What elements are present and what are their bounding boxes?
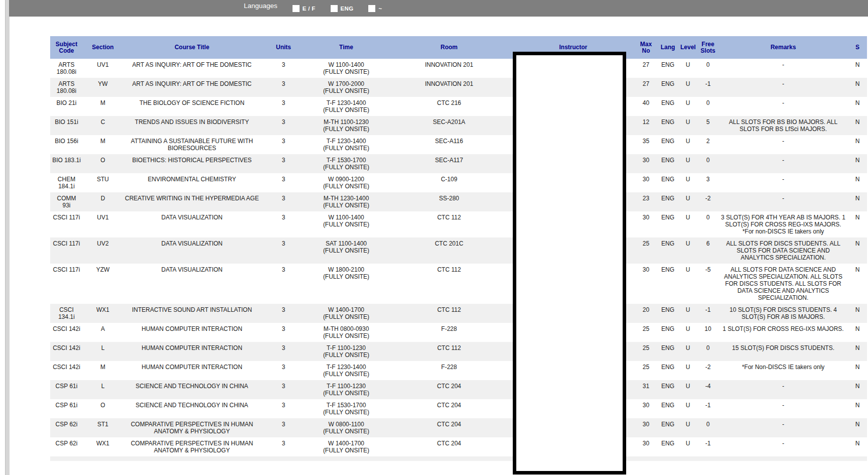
table-row[interactable]: CSP 61i L SCIENCE AND TECHNOLOGY IN CHIN… [50, 380, 867, 399]
time-value: T-F 1230-1400 [308, 364, 384, 371]
subject-code-cell: ARTS 180.08i [50, 59, 83, 78]
table-row[interactable]: BIO 156i M ATTAINING A SUSTAINABLE FUTUR… [50, 135, 867, 154]
remarks-cell: 3 SLOT(S) FOR 4TH YEAR AB IS MAJORS. 1 S… [718, 211, 848, 238]
col-header-room: Room [386, 36, 512, 59]
section-cell: UV2 [83, 238, 123, 264]
level-cell: U [678, 304, 697, 323]
free-slots-cell: -1 [697, 304, 718, 323]
course-title-cell: SCIENCE AND TECHNOLOGY IN CHINA [123, 380, 261, 399]
checkbox-ef-icon[interactable] [293, 5, 300, 12]
max-no-cell: 25 [635, 361, 657, 380]
level-cell: U [678, 211, 697, 238]
level-cell: U [678, 78, 697, 97]
time-value: W 1700-2000 [308, 80, 384, 87]
checkbox-tilde-icon[interactable] [368, 5, 375, 12]
s-cell: N [848, 380, 867, 399]
time-value: W 1800-2100 [308, 266, 384, 273]
table-row[interactable]: BIO 183.1i O BIOETHICS: HISTORICAL PERSP… [50, 154, 867, 173]
table-row[interactable]: ARTS 180.08i UV1 ART AS INQUIRY: ART OF … [50, 59, 867, 78]
room-cell: F-228 [386, 361, 512, 380]
max-no-cell: 30 [635, 399, 657, 418]
language-option-eng[interactable]: ENG [331, 5, 354, 12]
units-cell: 3 [261, 154, 306, 173]
subject-code-cell: ARTS 180.08i [50, 78, 83, 97]
remarks-cell: ALL SLOTS FOR BS BIO MAJORS. ALL SLOTS F… [718, 116, 848, 135]
remarks-cell: - [718, 192, 848, 211]
time-value: W 0900-1200 [308, 176, 384, 183]
table-row[interactable]: CHEM 184.1i STU ENVIRONMENTAL CHEMISTRY … [50, 173, 867, 192]
table-row[interactable]: CSCI 142i A HUMAN COMPUTER INTERACTION 3… [50, 323, 867, 342]
time-cell: M-TH 1100-1230 (FULLY ONSITE) [306, 116, 386, 135]
table-row[interactable]: CSCI 117i YZW DATA VISUALIZATION 3 W 180… [50, 264, 867, 304]
section-cell: WX1 [83, 437, 123, 456]
table-row[interactable]: CSP 61i O SCIENCE AND TECHNOLOGY IN CHIN… [50, 399, 867, 418]
time-value: T-F 1100-1230 [308, 383, 384, 390]
lang-cell: ENG [657, 78, 678, 97]
section-cell: YZW [83, 264, 123, 304]
free-slots-cell: -1 [697, 437, 718, 456]
language-option-ef[interactable]: E / F [293, 5, 316, 12]
table-header-row: Subject Code Section Course Title Units … [50, 36, 867, 59]
col-header-level: Level [678, 36, 697, 59]
max-no-cell: 31 [635, 380, 657, 399]
section-cell: UV1 [83, 211, 123, 238]
table-row[interactable]: CSCI 117i UV2 DATA VISUALIZATION 3 SAT 1… [50, 238, 867, 264]
level-cell: U [678, 97, 697, 116]
units-cell: 3 [261, 238, 306, 264]
s-cell: N [848, 78, 867, 97]
room-cell: CTC 216 [386, 97, 512, 116]
time-cell: T-F 1230-1400 (FULLY ONSITE) [306, 97, 386, 116]
table-row[interactable]: CSCI 134.1i WX1 INTERACTIVE SOUND ART IN… [50, 304, 867, 323]
table-row[interactable]: CSP 62i WX1 COMPARATIVE PERSPECTIVES IN … [50, 437, 867, 456]
lang-cell: ENG [657, 361, 678, 380]
room-cell: INNOVATION 201 [386, 59, 512, 78]
subject-code-cell: CSP 61i [50, 399, 83, 418]
time-mode: (FULLY ONSITE) [308, 371, 384, 378]
level-cell: U [678, 323, 697, 342]
checkbox-eng-icon[interactable] [331, 5, 338, 12]
checkbox-eng-label: ENG [341, 6, 354, 12]
max-no-cell: 12 [635, 116, 657, 135]
table-row[interactable]: CSCI 142i M HUMAN COMPUTER INTERACTION 3… [50, 361, 867, 380]
free-slots-cell: -5 [697, 264, 718, 304]
table-row[interactable]: COMM 93i D CREATIVE WRITING IN THE HYPER… [50, 192, 867, 211]
max-no-cell: 27 [635, 78, 657, 97]
units-cell: 3 [261, 399, 306, 418]
time-cell: T-F 1100-1230 (FULLY ONSITE) [306, 342, 386, 361]
remarks-cell: ALL SLOTS FOR DISCS STUDENTS. ALL SLOTS … [718, 238, 848, 264]
time-value: W 1100-1400 [308, 61, 384, 68]
language-option-tilde[interactable]: ~ [368, 5, 382, 12]
time-mode: (FULLY ONSITE) [308, 247, 384, 254]
lang-cell: ENG [657, 304, 678, 323]
table-row[interactable]: CSCI 117i UV1 DATA VISUALIZATION 3 W 110… [50, 211, 867, 238]
subject-code-cell: CSCI 117i [50, 264, 83, 304]
free-slots-cell: -1 [697, 78, 718, 97]
units-cell: 3 [261, 437, 306, 456]
time-cell: M-TH 1230-1400 (FULLY ONSITE) [306, 192, 386, 211]
lang-cell: ENG [657, 154, 678, 173]
time-mode: (FULLY ONSITE) [308, 126, 384, 133]
remarks-cell: - [718, 154, 848, 173]
units-cell: 3 [261, 264, 306, 304]
time-cell: W 1700-2000 (FULLY ONSITE) [306, 78, 386, 97]
max-no-cell: 20 [635, 304, 657, 323]
remarks-cell: - [718, 418, 848, 437]
table-row[interactable]: ARTS 180.08i YW ART AS INQUIRY: ART OF T… [50, 78, 867, 97]
course-title-cell: DATA VISUALIZATION [123, 238, 261, 264]
room-cell: CTC 112 [386, 304, 512, 323]
table-row[interactable]: BIO 21i M THE BIOLOGY OF SCIENCE FICTION… [50, 97, 867, 116]
course-title-cell: HUMAN COMPUTER INTERACTION [123, 361, 261, 380]
remarks-cell: - [718, 78, 848, 97]
table-row[interactable]: CSP 62i ST1 COMPARATIVE PERSPECTIVES IN … [50, 418, 867, 437]
lang-cell: ENG [657, 211, 678, 238]
subject-code-cell: BIO 151i [50, 116, 83, 135]
table-row[interactable]: CSCI 142i L HUMAN COMPUTER INTERACTION 3… [50, 342, 867, 361]
course-title-cell: INTERACTIVE SOUND ART INSTALLATION [123, 304, 261, 323]
col-header-s: S [848, 36, 867, 59]
time-cell: W 1100-1400 (FULLY ONSITE) [306, 59, 386, 78]
time-mode: (FULLY ONSITE) [308, 351, 384, 359]
level-cell: U [678, 154, 697, 173]
level-cell: U [678, 418, 697, 437]
units-cell: 3 [261, 342, 306, 361]
table-row[interactable]: BIO 151i C TRENDS AND ISSUES IN BIODIVER… [50, 116, 867, 135]
